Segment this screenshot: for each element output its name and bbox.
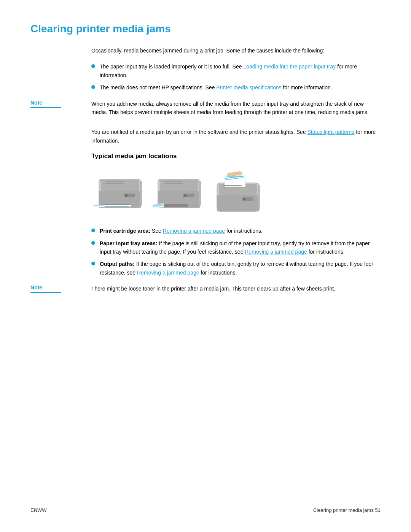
svg-rect-21 (164, 181, 183, 182)
removing-jammed-page-link-2[interactable]: Removing a jammed page (245, 249, 307, 255)
list-item-text: Paper input tray areas: If the page is s… (100, 239, 381, 256)
printer-image-1 (91, 168, 148, 217)
svg-rect-36 (223, 185, 242, 186)
printer-illustrations (91, 168, 381, 217)
note-label-col: Note (30, 100, 91, 117)
svg-rect-22 (164, 183, 183, 184)
note-section-1: Note When you add new media, always remo… (30, 100, 381, 121)
svg-point-35 (243, 198, 245, 200)
list-item: The media does not meet HP specification… (91, 83, 381, 92)
bullet-dot (91, 85, 95, 89)
svg-rect-12 (140, 181, 142, 206)
list-item-paper-tray: Paper input tray areas: If the page is s… (91, 239, 381, 256)
footer-right: Clearing printer media jams 51 (313, 507, 381, 513)
svg-rect-10 (105, 181, 124, 182)
bullet-dot (91, 64, 95, 68)
note-underline-2 (30, 292, 61, 293)
list-item-text: The media does not meet HP specification… (100, 83, 332, 92)
svg-rect-5 (103, 206, 127, 206)
status-text: You are notified of a media jam by an er… (91, 128, 381, 145)
note-section-2: Note There might be loose toner in the p… (30, 284, 381, 297)
causes-list: The paper input tray is loaded improperl… (91, 62, 381, 92)
list-item-print-cartridge: Print cartridge area: See Removing a jam… (91, 227, 381, 235)
bold-label: Paper input tray areas: (100, 240, 158, 246)
svg-rect-16 (162, 204, 188, 207)
svg-point-20 (184, 194, 186, 197)
removing-jammed-page-link-3[interactable]: Removing a jammed page (137, 270, 199, 276)
printer-image-3 (209, 168, 266, 217)
list-item-text: The paper input tray is loaded improperl… (100, 62, 381, 79)
bullet-dot (91, 229, 95, 232)
svg-rect-37 (223, 187, 242, 187)
list-item-text: Output paths: If the page is sticking ou… (100, 260, 381, 277)
svg-rect-11 (105, 183, 124, 184)
list-item-output-paths: Output paths: If the page is sticking ou… (91, 260, 381, 277)
jam-locations-list: Print cartridge area: See Removing a jam… (91, 227, 381, 277)
list-item-text: Print cartridge area: See Removing a jam… (100, 227, 263, 235)
printer-media-specs-link[interactable]: Printer media specifications (216, 84, 281, 91)
note-content-2: There might be loose toner in the printe… (91, 284, 381, 293)
bullet-dot (91, 262, 95, 265)
note-label-2: Note (30, 284, 84, 291)
bold-label: Output paths: (100, 261, 135, 267)
note-content: When you add new media, always remove al… (91, 100, 381, 117)
bullet-dot (91, 241, 95, 245)
svg-rect-38 (258, 185, 260, 210)
note-label-col-2: Note (30, 284, 91, 293)
footer-left: ENWW (30, 507, 47, 513)
note-underline (30, 107, 61, 108)
status-light-patterns-link[interactable]: Status light patterns (307, 129, 355, 135)
svg-rect-23 (199, 181, 201, 206)
svg-point-31 (236, 172, 242, 175)
svg-rect-7 (94, 205, 104, 206)
intro-paragraph: Occasionally, media becomes jammed durin… (91, 46, 381, 55)
bold-label: Print cartridge area: (100, 228, 150, 234)
loading-media-link[interactable]: Loading media into the paper input tray (243, 64, 336, 70)
page-title: Clearing printer media jams (30, 23, 381, 35)
list-item: The paper input tray is loaded improperl… (91, 62, 381, 79)
footer: ENWW Clearing printer media jams 51 (30, 507, 381, 513)
subheading-typical-jam-locations: Typical media jam locations (91, 152, 381, 160)
printer-image-2 (150, 168, 207, 217)
note-label: Note (30, 100, 84, 106)
removing-jammed-page-link-1[interactable]: Removing a jammed page (163, 228, 225, 234)
svg-point-9 (125, 194, 127, 197)
